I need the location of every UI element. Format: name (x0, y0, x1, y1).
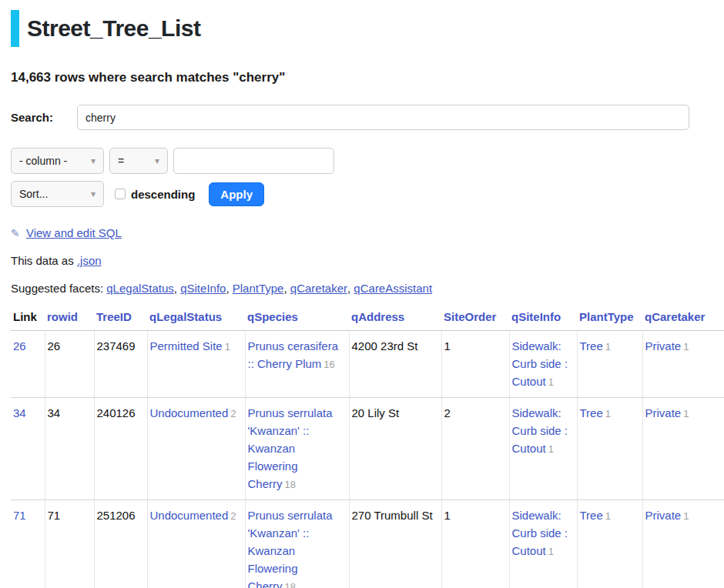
suggested-facets-line: Suggested facets: qLegalStatusqSiteInfoP… (11, 282, 724, 295)
facet-count: 1 (548, 443, 554, 455)
search-input[interactable] (77, 105, 689, 130)
filter-value-input[interactable] (173, 148, 334, 174)
page-header: Street_Tree_List (11, 10, 724, 47)
column-header-siteorder[interactable]: SiteOrder (441, 308, 509, 331)
species-link[interactable]: Prunus serrulata 'Kwanzan' :: Kwanzan Fl… (248, 509, 333, 588)
plant-type-link[interactable]: Tree (580, 339, 603, 352)
facet-count: 1 (548, 546, 554, 557)
facet-count: 1 (605, 408, 611, 419)
facets-prefix: Suggested facets: (11, 282, 103, 295)
column-header-link: Link (11, 308, 45, 331)
facet-count: 1 (683, 510, 689, 522)
table-row: 71 71 251206 Undocumented2 Prunus serrul… (11, 500, 724, 588)
plant-type-link[interactable]: Tree (580, 406, 603, 419)
search-label: Search: (11, 111, 77, 124)
column-header-qspecies[interactable]: qSpecies (245, 308, 349, 331)
treeid-cell: 237469 (94, 331, 147, 398)
table-row: 26 26 237469 Permitted Site1 Prunus cera… (11, 331, 724, 398)
column-header-rowid[interactable]: rowid (45, 308, 94, 331)
site-order-cell: 1 (441, 331, 509, 398)
treeid-cell: 240126 (94, 398, 147, 500)
column-header-qcaretaker[interactable]: qCaretaker (642, 308, 724, 331)
species-link[interactable]: Prunus serrulata 'Kwanzan' :: Kwanzan Fl… (248, 406, 333, 490)
facet-link-qlegalstatus[interactable]: qLegalStatus (106, 282, 180, 295)
rows-summary: 14,663 rows where search matches "cherry… (11, 70, 724, 85)
sql-link-line: ✎ View and edit SQL (11, 226, 724, 239)
view-edit-sql-link[interactable]: View and edit SQL (26, 226, 122, 239)
page-container: Street_Tree_List 14,663 rows where searc… (0, 0, 724, 588)
legal-status-link[interactable]: Undocumented (150, 406, 229, 419)
table-header-row: Link rowid TreeID qLegalStatus qSpecies … (11, 308, 724, 331)
sort-row: Sort... ▾ descending Apply (11, 181, 724, 207)
treeid-cell: 251206 (94, 500, 147, 588)
column-select[interactable]: - column - ▾ (11, 148, 104, 174)
facet-count: 16 (323, 359, 334, 370)
rowid-cell: 71 (45, 500, 94, 588)
facet-count: 2 (230, 510, 236, 522)
chevron-down-icon: ▾ (155, 155, 159, 166)
site-info-link[interactable]: Sidewalk: Curb side : Cutout (512, 509, 568, 557)
column-header-planttype[interactable]: PlantType (577, 308, 642, 331)
row-link[interactable]: 34 (13, 406, 26, 419)
row-link[interactable]: 71 (13, 509, 26, 522)
legal-status-link[interactable]: Undocumented (150, 509, 229, 522)
sort-select-value: Sort... (19, 188, 48, 200)
address-cell: 20 Lily St (349, 398, 441, 500)
chevron-down-icon: ▾ (91, 189, 96, 199)
site-order-cell: 2 (441, 398, 509, 500)
plant-type-link[interactable]: Tree (580, 509, 603, 522)
facet-count: 1 (605, 510, 611, 522)
facet-count: 1 (683, 341, 689, 352)
column-header-qlegalstatus[interactable]: qLegalStatus (147, 308, 245, 331)
column-header-qaddress[interactable]: qAddress (349, 308, 441, 331)
descending-label: descending (131, 188, 195, 201)
chevron-down-icon: ▾ (91, 155, 96, 166)
json-link[interactable]: .json (77, 254, 102, 267)
column-header-treeid[interactable]: TreeID (94, 308, 147, 331)
legal-status-link[interactable]: Permitted Site (150, 339, 223, 352)
caretaker-link[interactable]: Private (645, 339, 682, 352)
facet-count: 1 (683, 408, 689, 419)
facet-count: 1 (548, 376, 554, 388)
row-link[interactable]: 26 (13, 339, 26, 352)
site-info-link[interactable]: Sidewalk: Curb side : Cutout (512, 406, 568, 455)
apply-button[interactable]: Apply (209, 182, 264, 206)
address-cell: 4200 23rd St (349, 331, 441, 398)
facet-count: 18 (285, 479, 296, 490)
data-as-text: This data as (11, 254, 74, 267)
column-header-qsiteinfo[interactable]: qSiteInfo (509, 308, 577, 331)
site-order-cell: 1 (441, 500, 509, 588)
facet-count: 1 (605, 341, 611, 352)
table-row: 34 34 240126 Undocumented2 Prunus serrul… (11, 398, 724, 500)
operator-select[interactable]: = ▾ (109, 148, 168, 174)
facet-link-qcareassistant[interactable]: qCareAssistant (354, 282, 432, 295)
search-row: Search: (11, 105, 724, 130)
rowid-cell: 34 (45, 398, 94, 500)
descending-checkbox[interactable] (115, 189, 126, 199)
facet-count: 2 (230, 408, 236, 419)
column-select-value: - column - (19, 155, 67, 167)
results-table: Link rowid TreeID qLegalStatus qSpecies … (11, 308, 724, 588)
facet-link-qcaretaker[interactable]: qCaretaker (290, 282, 354, 295)
caretaker-link[interactable]: Private (645, 509, 682, 522)
rowid-cell: 26 (45, 331, 94, 398)
page-title: Street_Tree_List (27, 15, 200, 42)
filter-row: - column - ▾ = ▾ (11, 148, 724, 174)
facet-link-qsiteinfo[interactable]: qSiteInfo (180, 282, 233, 295)
address-cell: 270 Trumbull St (349, 500, 441, 588)
facet-link-planttype[interactable]: PlantType (233, 282, 290, 295)
sort-select[interactable]: Sort... ▾ (11, 181, 104, 207)
caretaker-link[interactable]: Private (645, 406, 682, 419)
facet-count: 18 (285, 581, 296, 588)
accent-bar (11, 10, 19, 47)
operator-select-value: = (118, 155, 124, 167)
facet-count: 1 (225, 341, 230, 352)
pencil-icon: ✎ (11, 227, 20, 239)
site-info-link[interactable]: Sidewalk: Curb side : Cutout (512, 339, 568, 388)
data-as-line: This data as .json (11, 254, 724, 267)
